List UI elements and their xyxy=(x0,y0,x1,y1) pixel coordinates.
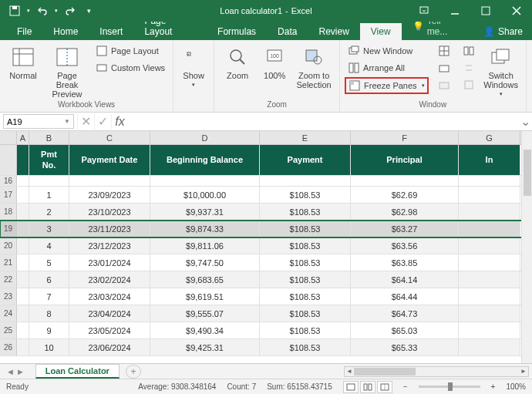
page-layout-view-btn[interactable] xyxy=(360,381,375,393)
arrange-all-button[interactable]: Arrange All xyxy=(345,60,428,76)
sheet-tab-loan-calculator[interactable]: Loan Calculator xyxy=(35,364,120,379)
hdr-payment[interactable]: Payment xyxy=(260,145,351,175)
sheet-nav-next-icon[interactable]: ► xyxy=(16,367,25,376)
zoom-100-button[interactable]: 100100% xyxy=(259,43,290,82)
cell-payment[interactable]: $108.53 xyxy=(260,221,351,237)
zoom-knob[interactable] xyxy=(448,382,453,391)
cell-payment[interactable]: $108.53 xyxy=(260,339,351,355)
table-row[interactable]: 24823/04/2024$9,555.07$108.53$64.73 xyxy=(0,305,532,322)
row-header[interactable]: 17 xyxy=(0,187,17,203)
qat-customize-icon[interactable]: ▾ xyxy=(80,2,97,19)
select-all-corner[interactable] xyxy=(0,131,17,144)
formula-input[interactable] xyxy=(128,117,518,126)
cell-principal[interactable]: $65.03 xyxy=(351,322,459,338)
cell-balance[interactable]: $9,619.51 xyxy=(150,288,260,305)
cell-principal[interactable]: $64.44 xyxy=(351,288,459,305)
col-header-D[interactable]: D xyxy=(150,131,260,144)
fx-icon[interactable]: fx xyxy=(111,114,128,130)
page-layout-button[interactable]: Page Layout xyxy=(93,43,168,59)
table-row[interactable]: 22623/02/2024$9,683.65$108.53$64.14 xyxy=(0,271,532,288)
maximize-icon[interactable] xyxy=(470,0,501,22)
row-header[interactable]: 24 xyxy=(0,305,17,322)
cell-date[interactable]: 23/04/2024 xyxy=(69,305,150,322)
name-box[interactable]: A19▼ xyxy=(3,114,74,129)
cell-pmt-no[interactable]: 8 xyxy=(29,305,69,322)
vertical-scrollbar[interactable] xyxy=(521,131,532,363)
cell-pmt-no[interactable]: 1 xyxy=(29,187,69,203)
cell-pmt-no[interactable]: 4 xyxy=(29,237,69,254)
scroll-thumb[interactable] xyxy=(354,368,416,375)
zoom-percent[interactable]: 100% xyxy=(506,382,526,391)
custom-views-button[interactable]: Custom Views xyxy=(93,60,168,76)
add-sheet-button[interactable]: + xyxy=(126,365,141,379)
tab-review[interactable]: Review xyxy=(308,23,359,40)
save-icon[interactable] xyxy=(6,2,23,19)
qat-dropdown-2[interactable]: ▾ xyxy=(52,2,60,19)
reset-window-button[interactable] xyxy=(460,77,478,93)
cell-principal[interactable]: $63.27 xyxy=(351,221,459,237)
ribbon-options-icon[interactable] xyxy=(409,0,439,22)
cell-balance[interactable]: $9,937.31 xyxy=(150,204,260,220)
expand-formula-icon[interactable]: ⌄ xyxy=(518,114,532,129)
cell-date[interactable]: 23/10/2023 xyxy=(69,204,150,220)
hide-button[interactable] xyxy=(435,60,453,76)
cell-principal[interactable]: $63.56 xyxy=(351,237,459,254)
cell-principal[interactable]: $62.69 xyxy=(351,187,459,203)
cell-pmt-no[interactable]: 9 xyxy=(29,322,69,338)
share-button[interactable]: 👤Share xyxy=(474,23,532,40)
scroll-right-icon[interactable]: ► xyxy=(519,367,528,376)
cell-principal[interactable]: $62.98 xyxy=(351,204,459,220)
split-button[interactable] xyxy=(435,43,453,59)
tab-view[interactable]: View xyxy=(360,23,402,40)
cell-pmt-no[interactable]: 6 xyxy=(29,271,69,288)
cell-date[interactable]: 23/02/2024 xyxy=(69,271,150,288)
cell-payment[interactable]: $108.53 xyxy=(260,288,351,305)
cell-payment[interactable]: $108.53 xyxy=(260,254,351,271)
cell-balance[interactable]: $9,811.06 xyxy=(150,237,260,254)
tab-insert[interactable]: Insert xyxy=(89,23,133,40)
sheet-nav-prev-icon[interactable]: ◄ xyxy=(6,367,15,376)
col-header-A[interactable]: A xyxy=(17,131,29,144)
cell-payment[interactable]: $108.53 xyxy=(260,237,351,254)
zoom-to-selection-button[interactable]: Zoom to Selection xyxy=(293,43,335,91)
qat-dropdown-1[interactable]: ▾ xyxy=(25,2,32,19)
row-header[interactable]: 19 xyxy=(0,221,17,237)
cell-balance[interactable]: $9,874.33 xyxy=(150,221,260,237)
cell-payment[interactable]: $108.53 xyxy=(260,305,351,322)
scroll-left-icon[interactable]: ◄ xyxy=(345,367,354,376)
cell-date[interactable]: 23/12/2023 xyxy=(69,237,150,254)
table-row[interactable]: 261023/06/2024$9,425.31$108.53$65.33 xyxy=(0,339,532,356)
cell-payment[interactable]: $108.53 xyxy=(260,322,351,338)
col-header-F[interactable]: F xyxy=(351,131,459,144)
col-header-G[interactable]: G xyxy=(459,131,520,144)
tab-file[interactable]: File xyxy=(6,23,42,40)
table-row[interactable]: 19323/11/2023$9,874.33$108.53$63.27 xyxy=(0,221,532,237)
freeze-panes-button[interactable]: Freeze Panes▾ xyxy=(345,77,428,94)
cell-pmt-no[interactable]: 3 xyxy=(29,221,69,237)
normal-view-btn[interactable] xyxy=(343,381,359,393)
undo-icon[interactable] xyxy=(34,2,51,19)
cell-balance[interactable]: $9,683.65 xyxy=(150,271,260,288)
enter-formula-icon[interactable]: ✓ xyxy=(94,114,111,130)
show-button[interactable]: Show▾ xyxy=(178,43,209,89)
tab-data[interactable]: Data xyxy=(267,23,308,40)
hdr-beg-balance[interactable]: Beginning Balance xyxy=(150,145,260,175)
zoom-in-icon[interactable]: + xyxy=(491,382,496,391)
tab-formulas[interactable]: Formulas xyxy=(207,23,267,40)
tab-home[interactable]: Home xyxy=(42,23,89,40)
table-row[interactable]: 25923/05/2024$9,490.34$108.53$65.03 xyxy=(0,322,532,339)
view-side-button[interactable] xyxy=(460,43,478,59)
cell-date[interactable]: 23/11/2023 xyxy=(69,221,150,237)
redo-icon[interactable] xyxy=(62,2,79,19)
table-row[interactable]: 23723/03/2024$9,619.51$108.53$64.44 xyxy=(0,288,532,305)
cell-principal[interactable]: $65.33 xyxy=(351,339,459,355)
cell-balance[interactable]: $9,555.07 xyxy=(150,305,260,322)
zoom-slider[interactable] xyxy=(419,386,480,388)
page-break-view-btn[interactable] xyxy=(377,381,392,393)
hdr-interest[interactable]: In xyxy=(459,145,520,175)
table-row[interactable]: 21523/01/2024$9,747.50$108.53$63.85 xyxy=(0,254,532,271)
page-break-button[interactable]: Page Break Preview xyxy=(45,43,89,100)
cell-principal[interactable]: $64.14 xyxy=(351,271,459,288)
cell-balance[interactable]: $9,747.50 xyxy=(150,254,260,271)
cell-date[interactable]: 23/09/2023 xyxy=(69,187,150,203)
